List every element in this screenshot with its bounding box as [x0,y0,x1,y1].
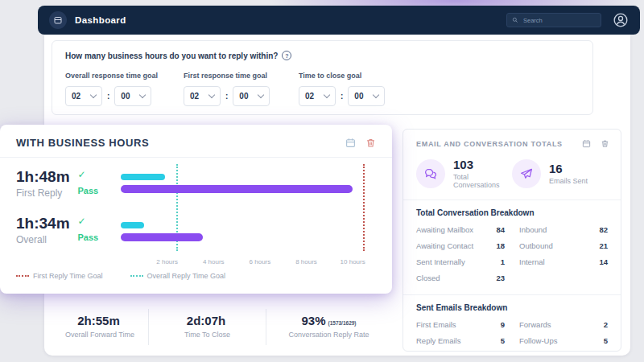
breakdown-row: Awaiting Mailbox84 Inbound82 [416,225,608,234]
legend-item: First Reply Time Goal [16,272,103,280]
email-conversation-totals-card: EMAIL AND CONVERSATION TOTALS [402,129,621,352]
metric-label: Overall [16,234,70,245]
chevron-down-icon [139,92,146,98]
reply-rate-fraction: (1573/1629) [328,320,356,326]
axis-tick-label: 6 hours [250,258,271,265]
status-badge: Pass [78,232,99,242]
page-title: Dashboard [75,15,126,25]
calendar-icon[interactable] [345,138,356,148]
sent-emails-breakdown-section: Sent Emails Breakdown First Emails9 Forw… [403,295,621,352]
metric-value: 1h:34m [16,216,70,232]
metric-value: 1h:48m [16,169,70,185]
overall-metric: 1h:34m Overall ✓ Pass [16,216,98,245]
breakdown-row: Sent Internally1 Internal14 [416,257,608,266]
emails-sent-value: 16 [549,162,588,175]
chart-bar [121,174,165,180]
chevron-down-icon [258,92,264,98]
colon-separator: : [107,92,109,101]
colon-separator: : [341,92,343,101]
emails-sent: 16 Emails Sent [512,158,608,189]
search-input[interactable] [522,16,596,25]
breakdown-row: Awaiting Contact18 Outbound21 [416,241,608,250]
close-goal-minutes-select[interactable]: 00 [348,86,385,106]
app-logo-icon[interactable] [49,11,67,29]
chevron-down-icon [90,92,97,98]
goals-question: How many business hours do you want to r… [65,51,291,60]
legend-item: Overall Reply Time Goal [130,272,226,280]
overall-goal-hours-select[interactable]: 02 [65,86,102,106]
goal-line [363,164,365,251]
legend-swatch [16,275,29,277]
footer-stats: 2h:55m Overall Forward Time 2d:07h Time … [52,309,390,345]
help-icon[interactable]: ? [282,51,291,60]
first-response-goal-group: First response time goal 02 : 00 [184,72,270,106]
goals-panel: How many business hours do you want to r… [52,40,593,115]
trash-icon[interactable] [601,139,609,148]
card-title: WITH BUSINESS HOURS [16,137,345,149]
navbar: Dashboard [38,6,640,35]
chat-bubbles-icon [416,159,445,188]
axis-tick-label: 8 hours [295,258,317,265]
trash-icon[interactable] [365,138,376,148]
chart-plot: 2 hours4 hours6 hours8 hours10 hours [121,162,376,265]
chart: 1h:48m First Reply ✓ Pass 1h:34m Overall… [0,158,392,265]
overall-goal-minutes-select[interactable]: 00 [114,86,151,106]
search-box[interactable] [506,13,601,27]
total-conversations-value: 103 [453,158,512,171]
chart-bar [121,185,353,193]
first-goal-minutes-select[interactable]: 00 [233,86,270,106]
business-hours-card: WITH BUSINESS HOURS 1h:48 [0,125,392,294]
goal-label: First response time goal [184,72,270,80]
screen: Dashboard How many business hours do you… [0,0,644,362]
chevron-down-icon [324,92,330,98]
close-goal-hours-select[interactable]: 02 [299,86,336,106]
status-badge: Pass [78,186,99,195]
breakdown-row: First Emails9 Forwards2 [416,320,608,329]
chart-bar [121,222,144,228]
axis-tick-label: 4 hours [203,258,225,265]
first-reply-metric: 1h:48m First Reply ✓ Pass [16,169,98,199]
colon-separator: : [225,92,228,101]
total-conversations: 103 Total Conversations [416,158,512,189]
user-avatar[interactable] [613,12,629,28]
overall-forward-time-stat: 2h:55m Overall Forward Time [52,309,148,345]
breakdown-row: Closed23 [416,274,608,282]
time-to-close-goal-group: Time to close goal 02 : 00 [299,72,385,106]
calendar-icon[interactable] [582,139,591,148]
axis-tick-label: 2 hours [156,258,178,265]
conversation-reply-rate-stat: 93%(1573/1629) Conversation Reply Rate [266,309,391,345]
chart-legend: First Reply Time Goal Overall Reply Time… [16,272,392,280]
goal-label: Time to close goal [299,72,385,80]
first-goal-hours-select[interactable]: 02 [184,86,221,106]
card-title: EMAIL AND CONVERSATION TOTALS [416,140,582,148]
time-to-close-stat: 2d:07h Time To Close [148,309,266,345]
conversation-breakdown-section: Total Conversation Breakdown Awaiting Ma… [403,200,621,294]
paper-plane-icon [512,159,541,188]
goal-label: Overall response time goal [65,72,158,80]
emails-sent-label: Emails Sent [549,177,588,185]
section-title: Total Conversation Breakdown [416,208,608,217]
total-conversations-label: Total Conversations [453,173,512,189]
check-icon: ✓ [78,169,99,180]
chevron-down-icon [208,92,215,98]
overall-response-goal-group: Overall response time goal 02 : 00 [65,72,158,106]
chart-bar [121,233,203,241]
section-title: Sent Emails Breakdown [416,303,608,312]
legend-swatch [130,275,143,277]
axis-tick-label: 10 hours [341,258,365,265]
breakdown-row: Reply Emails5 Follow-Ups5 [416,336,608,345]
chevron-down-icon [373,92,379,98]
check-icon: ✓ [78,216,99,227]
search-icon [512,17,518,23]
metric-label: First Reply [16,187,70,199]
